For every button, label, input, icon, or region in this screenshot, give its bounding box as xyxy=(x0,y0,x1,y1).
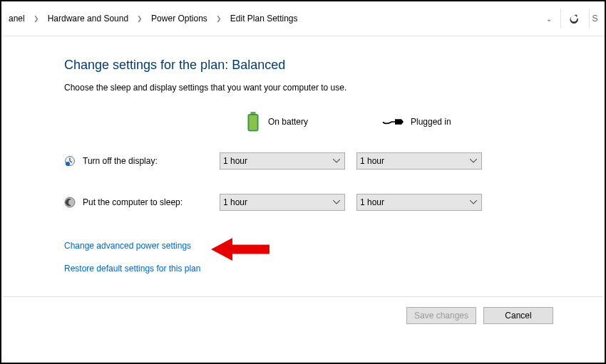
column-header-battery: On battery xyxy=(220,110,354,134)
svg-rect-2 xyxy=(250,115,257,130)
chevron-right-icon: ❯ xyxy=(213,15,225,22)
row-label: Put the computer to sleep: xyxy=(83,197,183,207)
display-timer-icon xyxy=(64,155,76,167)
links-section: Change advanced power settings Restore d… xyxy=(64,241,605,274)
save-button[interactable]: Save changes xyxy=(406,307,476,324)
column-label: Plugged in xyxy=(411,117,451,127)
svg-point-4 xyxy=(66,162,70,166)
svg-rect-0 xyxy=(251,112,256,115)
chevron-right-icon: ❯ xyxy=(134,15,145,22)
breadcrumb-item[interactable]: Hardware and Sound xyxy=(45,12,131,25)
display-battery-select[interactable]: 1 hour xyxy=(220,152,345,170)
sleep-icon xyxy=(64,197,76,208)
breadcrumb-bar: anel ❯ Hardware and Sound ❯ Power Option… xyxy=(1,1,605,36)
row-turn-off-display: Turn off the display: xyxy=(64,147,217,175)
footer-buttons: Save changes Cancel xyxy=(3,296,603,324)
change-advanced-link[interactable]: Change advanced power settings xyxy=(64,241,191,251)
cancel-button[interactable]: Cancel xyxy=(483,307,553,324)
display-plugged-select[interactable]: 1 hour xyxy=(356,152,482,170)
column-label: On battery xyxy=(268,117,308,127)
chevron-right-icon: ❯ xyxy=(31,15,42,22)
sleep-battery-select[interactable]: 1 hour xyxy=(220,194,345,211)
page-subtitle: Choose the sleep and display settings th… xyxy=(64,83,605,93)
breadcrumb-item[interactable]: Edit Plan Settings xyxy=(227,12,301,25)
main-content: Change settings for the plan: Balanced C… xyxy=(1,36,605,274)
breadcrumb-item[interactable]: Power Options xyxy=(148,12,210,25)
restore-defaults-link[interactable]: Restore default settings for this plan xyxy=(64,264,200,274)
row-sleep: Put the computer to sleep: xyxy=(64,188,217,217)
page-title: Change settings for the plan: Balanced xyxy=(64,58,605,73)
history-dropdown[interactable]: ⌄ xyxy=(540,15,558,23)
column-header-plugged: Plugged in xyxy=(356,110,491,134)
refresh-button[interactable] xyxy=(560,9,586,28)
search-box[interactable]: S xyxy=(589,9,600,28)
refresh-icon xyxy=(569,14,579,24)
row-label: Turn off the display: xyxy=(83,156,158,166)
battery-icon xyxy=(245,112,261,132)
breadcrumb-item[interactable]: anel xyxy=(6,12,28,25)
plug-icon xyxy=(382,117,404,127)
sleep-plugged-select[interactable]: 1 hour xyxy=(356,194,482,211)
